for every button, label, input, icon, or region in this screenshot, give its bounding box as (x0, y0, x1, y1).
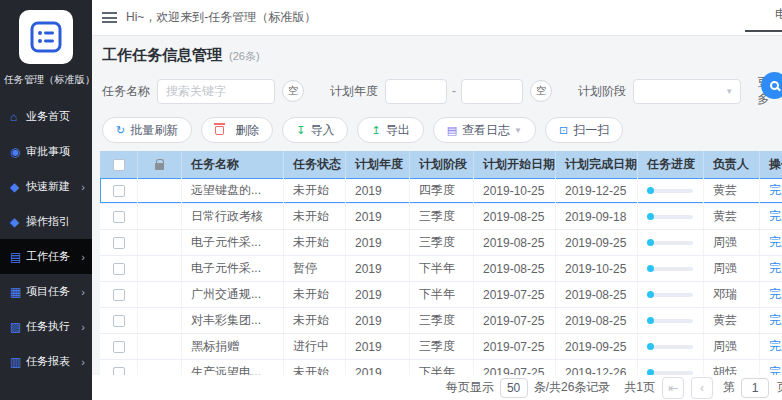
pagination-bar: 每页显示 50 条/共26条记录 共1页 ⇤ ‹ 第 1 页 (92, 375, 782, 400)
sidebar-item-icon: ▤ (10, 250, 26, 264)
owner-cell: 邓瑞 (704, 282, 760, 307)
progress-track (647, 267, 693, 271)
toolbar-button[interactable]: ⊡ 扫一扫 ▼ (545, 117, 623, 143)
row-checkbox[interactable] (113, 185, 125, 197)
plan-stage-cell: 三季度 (410, 230, 474, 255)
current-page-input[interactable]: 1 (741, 378, 769, 398)
plan-stage-cell: 三季度 (410, 334, 474, 359)
table-row[interactable]: 对丰彩集团... 未开始 2019 三季度 2019-07-25 2019-08… (100, 308, 782, 334)
row-lock-cell (138, 230, 182, 255)
plan-stage-cell: 三季度 (410, 308, 474, 333)
tab-pc-client[interactable]: 电脑端任务 (745, 6, 782, 32)
filter-bar: 任务名称 空 计划年度 - 空 计划阶段 ▼ 更多 ▼ (92, 74, 782, 108)
row-checkbox[interactable] (113, 315, 125, 327)
owner-cell: 周强 (704, 334, 760, 359)
prev-page-icon: ‹ (700, 381, 704, 395)
first-page-button[interactable]: ⇤ (662, 377, 684, 399)
task-name-cell: 日常行政考核 (182, 204, 284, 229)
page-prefix-label: 第 (723, 379, 735, 396)
owner-cell: 黄芸 (704, 308, 760, 333)
topbar: Hi~，欢迎来到-任务管理（标准版） 电脑端任务 (92, 0, 782, 36)
per-page-input[interactable]: 50 (500, 378, 528, 398)
sidebar-item[interactable]: ▨ 任务执行 › (0, 309, 92, 344)
table-row[interactable]: 电子元件采... 未开始 2019 三季度 2019-08-25 2019-09… (100, 230, 782, 256)
sidebar-item-label: 审批事项 (26, 144, 81, 159)
progress-track (647, 319, 693, 323)
page-head: 工作任务信息管理 (26条) (92, 36, 782, 65)
sidebar-item-icon: ▨ (10, 320, 26, 334)
col-header-status: 任务状态 (284, 151, 346, 178)
sidebar-item[interactable]: ◆ 快速新建 › (0, 169, 92, 204)
task-status-cell: 未开始 (284, 308, 346, 333)
toolbar-button[interactable]: ↧ 导入 ▼ (282, 117, 348, 143)
task-name-input[interactable] (157, 79, 275, 104)
row-lock-cell (138, 178, 182, 203)
task-status-cell: 暂停 (284, 256, 346, 281)
toolbar-button[interactable]: ↻ 批量刷新 ▼ (102, 117, 192, 143)
toolbar-button-icon: ↻ (116, 124, 125, 137)
toolbar-button[interactable]: 删除 ▼ (201, 117, 273, 143)
select-all-checkbox[interactable] (113, 159, 125, 171)
clear-plan-year-button[interactable]: 空 (530, 80, 552, 102)
clear-task-name-button[interactable]: 空 (282, 80, 304, 102)
task-name-label: 任务名称 (102, 83, 150, 100)
progress-track (647, 215, 693, 219)
complete-action-link[interactable]: 完成 (769, 286, 782, 303)
toolbar-button[interactable]: ▤ 查看日志 ▼ (433, 117, 536, 143)
table-row[interactable]: 黑标捐赠 进行中 2019 三季度 2019-07-25 2019-09-25 … (100, 334, 782, 360)
sidebar-item[interactable]: ◆ 操作指引 › (0, 204, 92, 239)
hamburger-icon[interactable] (102, 12, 117, 23)
progress-cell (638, 256, 704, 281)
row-checkbox[interactable] (113, 237, 125, 249)
plan-year-to-input[interactable] (461, 79, 523, 104)
complete-action-link[interactable]: 完成 (769, 260, 782, 277)
row-checkbox[interactable] (113, 289, 125, 301)
sidebar-item[interactable]: ⌂ 业务首页 › (0, 99, 92, 134)
plan-stage-cell: 三季度 (410, 204, 474, 229)
chevron-down-icon: ▼ (725, 87, 733, 96)
complete-action-link[interactable]: 完成 (769, 208, 782, 225)
row-checkbox[interactable] (113, 263, 125, 275)
table-body: 远望键盘的... 未开始 2019 四季度 2019-10-25 2019-12… (100, 178, 782, 400)
sidebar-item[interactable]: ▦ 项目任务 › (0, 274, 92, 309)
progress-track (647, 293, 693, 297)
task-status-cell: 进行中 (284, 334, 346, 359)
sidebar-item[interactable]: ▤ 工作任务 › (0, 239, 92, 274)
toolbar-button-label: 查看日志 (462, 122, 510, 139)
sidebar-item-icon: ◆ (10, 215, 26, 229)
row-lock-cell (138, 334, 182, 359)
table-row[interactable]: 日常行政考核 未开始 2019 三季度 2019-08-25 2019-09-1… (100, 204, 782, 230)
sidebar-item[interactable]: ◉ 审批事项 › (0, 134, 92, 169)
row-checkbox[interactable] (113, 341, 125, 353)
chevron-right-icon: › (81, 321, 85, 333)
row-lock-cell (138, 308, 182, 333)
sidebar-item-icon: ▥ (10, 355, 26, 369)
progress-track (647, 189, 693, 193)
table-row[interactable]: 电子元件采... 暂停 2019 下半年 2019-08-25 2019-10-… (100, 256, 782, 282)
progress-cell (638, 204, 704, 229)
search-button[interactable] (761, 72, 782, 99)
start-date-cell: 2019-08-25 (474, 204, 556, 229)
plan-year-cell: 2019 (346, 308, 410, 333)
row-lock-cell (138, 282, 182, 307)
plan-year-cell: 2019 (346, 256, 410, 281)
complete-action-link[interactable]: 完成 (769, 182, 782, 199)
trash-icon (215, 126, 224, 135)
sidebar: 任务管理（标准版） ⌂ 业务首页 › ◉ 审批事项 › ◆ 快速新建 (0, 0, 92, 400)
task-name-cell: 广州交通规... (182, 282, 284, 307)
complete-action-link[interactable]: 完成 (769, 312, 782, 329)
plan-stage-cell: 下半年 (410, 256, 474, 281)
prev-page-button[interactable]: ‹ (691, 377, 713, 399)
chevron-right-icon: › (81, 356, 85, 368)
row-checkbox[interactable] (113, 211, 125, 223)
toolbar-button[interactable]: ↥ 导出 ▼ (357, 117, 423, 143)
complete-action-link[interactable]: 完成 (769, 338, 782, 355)
plan-year-from-input[interactable] (385, 79, 447, 104)
table-row[interactable]: 远望键盘的... 未开始 2019 四季度 2019-10-25 2019-12… (100, 178, 782, 204)
sidebar-item[interactable]: ▥ 任务报表 › (0, 344, 92, 379)
plan-stage-select[interactable]: ▼ (633, 79, 741, 104)
end-date-cell: 2019-12-25 (556, 178, 638, 203)
table-row[interactable]: 广州交通规... 未开始 2019 下半年 2019-07-25 2019-08… (100, 282, 782, 308)
complete-action-link[interactable]: 完成 (769, 234, 782, 251)
sidebar-item-icon: ⌂ (10, 110, 26, 124)
